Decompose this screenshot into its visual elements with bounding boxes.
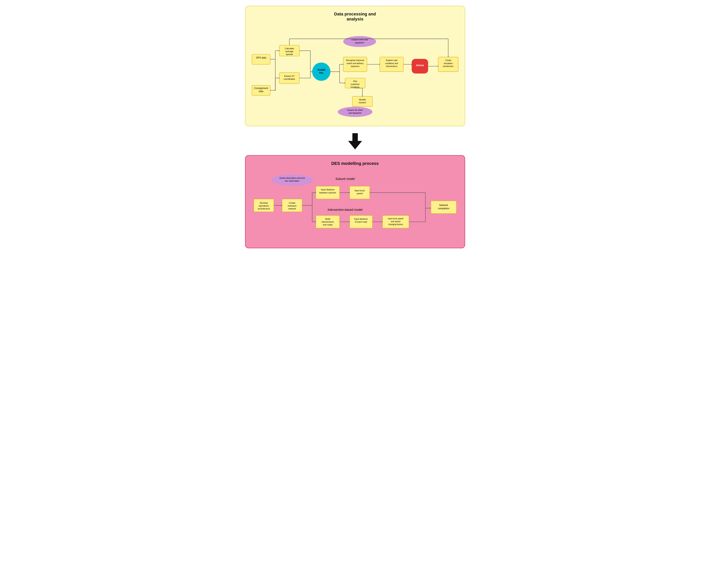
enquire1-label1: Enquire driver and xyxy=(351,39,368,41)
consignment-label: Consignment xyxy=(254,87,268,90)
calc-avg-label2: average xyxy=(285,50,293,52)
intersection-label: Intersection-based model xyxy=(328,208,362,211)
bottom-title: DES modelling process xyxy=(250,161,460,166)
calc-avg-label3: speeds xyxy=(286,53,293,55)
input-truck-speed-label2: speed xyxy=(357,192,363,194)
top-title: Data processing andanalysis xyxy=(250,11,460,22)
input-truck-speed-label1: Input truck xyxy=(355,189,365,192)
explore-label3: intersections xyxy=(386,65,397,67)
arena-label: Arena xyxy=(416,64,424,67)
down-arrow xyxy=(245,133,465,149)
arcgis-label2: Pro xyxy=(319,72,323,74)
enquire2-label2: and dispatcher xyxy=(348,112,362,114)
input-dist-suburbs-label1: Input distance xyxy=(321,188,334,191)
extract-xy-label2: coordinates xyxy=(284,78,295,80)
create-transport-label2: transport xyxy=(288,205,297,207)
build-intersections-label2: intersections xyxy=(322,221,334,223)
create-transport-label3: network xyxy=(288,208,296,210)
extract-xy-label1: Extract XY xyxy=(284,75,294,77)
input-truck-speed-factors-label2: and speed xyxy=(391,220,400,222)
svg-marker-17 xyxy=(312,71,312,73)
develop-ops-label1: Develop xyxy=(260,202,268,204)
input-dist-road-label2: of each road xyxy=(355,221,367,223)
input-truck-speed-factors-label3: changing factors xyxy=(388,224,403,226)
input-truck-speed-factors-label1: Input truck speed xyxy=(388,217,403,220)
bottom-section: DES modelling process Suburb model Inter… xyxy=(245,155,465,248)
suburb-model-label: Suburb model xyxy=(335,177,355,181)
enquire1-label2: dispatcher xyxy=(355,42,364,44)
onsite-obs-label1: Onsite observation and truck xyxy=(279,177,305,179)
onsite-obs-label2: tour observation xyxy=(285,180,299,182)
top-section: Data processing andanalysis GPS data Con… xyxy=(245,6,465,126)
identify-label2: clusters xyxy=(359,101,366,104)
plot-label1: Plot xyxy=(353,80,357,83)
gps-data-label: GPS data xyxy=(256,56,266,59)
create-sim-label3: architecture xyxy=(443,65,453,67)
create-sim-label1: Create xyxy=(445,59,451,62)
create-transport-label1: Create xyxy=(289,202,295,204)
plot-label2: customer xyxy=(351,83,359,85)
input-dist-road-label1: Input distance xyxy=(354,218,368,220)
explore-label1: Explore road xyxy=(386,59,397,62)
recognise-label3: sequence xyxy=(351,65,359,67)
consignment-label2: data xyxy=(259,90,263,93)
calc-avg-label1: Calculate xyxy=(285,47,294,50)
explore-label2: conditions and xyxy=(385,62,398,65)
bottom-flow-diagram: Suburb model Intersection-based model On… xyxy=(250,171,460,240)
arcgis-label1: ArcGIS xyxy=(317,69,325,71)
svg-marker-38 xyxy=(411,64,412,65)
create-sim-label2: simulation xyxy=(444,62,453,65)
develop-ops-label2: operations xyxy=(259,205,269,207)
network-completion-label1: Network xyxy=(439,204,448,207)
build-intersections-label3: and roads xyxy=(323,224,333,226)
identify-label1: Identify xyxy=(359,98,366,101)
top-flow-diagram: GPS data Consignment data Calculate aver… xyxy=(250,26,460,119)
enquire2-label1: Enquire the driver xyxy=(347,109,363,111)
build-intersections-label1: Build xyxy=(325,218,330,220)
recognise-label2: routes and delivery xyxy=(347,62,364,65)
develop-ops-label3: archotecture xyxy=(258,208,270,210)
recognise-label1: Recognise historical xyxy=(346,59,364,62)
input-dist-suburbs-label2: between suburbs xyxy=(319,191,336,194)
network-completion-label2: completion xyxy=(438,207,449,210)
svg-rect-0 xyxy=(252,54,270,64)
